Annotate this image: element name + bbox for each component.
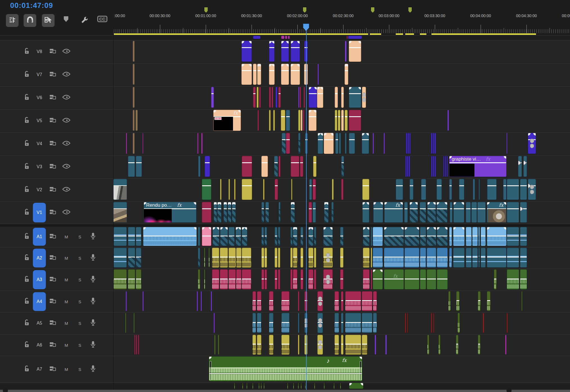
timeline-clip[interactable] — [274, 156, 278, 177]
scrollbar-right-knob[interactable] — [506, 388, 512, 392]
timeline-clip[interactable] — [143, 227, 197, 246]
timeline-clip[interactable] — [197, 291, 198, 311]
timeline-clip[interactable] — [236, 227, 241, 246]
timeline-clip[interactable] — [281, 335, 289, 355]
timeline-clip[interactable] — [335, 87, 338, 108]
timeline-clip[interactable] — [373, 133, 374, 154]
timeline-clip[interactable] — [453, 248, 465, 268]
track-target-button[interactable]: A2 — [33, 249, 46, 267]
timeline-clip[interactable] — [384, 227, 404, 246]
timeline-clip[interactable] — [282, 133, 286, 154]
timeline-clip[interactable] — [494, 269, 497, 290]
timeline-clip[interactable] — [142, 291, 144, 311]
timeline-clip[interactable] — [345, 133, 347, 154]
timeline-clip[interactable] — [281, 41, 289, 62]
timeline-clip[interactable] — [287, 383, 288, 389]
timeline-clip[interactable] — [507, 202, 519, 223]
timeline-clip[interactable] — [375, 335, 376, 355]
timeline-clip[interactable] — [234, 179, 236, 200]
timeline-clip[interactable] — [449, 227, 452, 246]
timeline-clip[interactable] — [409, 156, 410, 177]
timeline-clip[interactable] — [309, 202, 312, 223]
timeline-clip[interactable] — [487, 248, 506, 268]
timeline-clip[interactable] — [433, 156, 434, 177]
timeline-clip[interactable] — [264, 248, 267, 268]
timeline-clip[interactable] — [362, 313, 372, 333]
timeline-clip[interactable] — [334, 335, 339, 355]
timeline-clip[interactable] — [281, 64, 289, 85]
timeline-clip[interactable] — [241, 64, 252, 85]
timeline-clip[interactable] — [313, 202, 316, 223]
voiceover-record-button[interactable] — [91, 297, 96, 306]
timeline-clip[interactable] — [340, 269, 343, 290]
timeline-clip[interactable] — [334, 313, 339, 333]
track-lock-toggle[interactable] — [24, 254, 30, 262]
timeline-clip[interactable] — [362, 335, 367, 355]
timeline-clip[interactable] — [308, 269, 313, 290]
timeline-clip[interactable] — [341, 110, 344, 131]
timeline-clip[interactable] — [407, 313, 408, 333]
timeline-clip[interactable] — [290, 269, 293, 290]
video-audio-separator[interactable] — [0, 224, 570, 227]
timeline-clip[interactable] — [217, 202, 221, 223]
timeline-clip[interactable] — [257, 291, 261, 311]
timeline-clip[interactable] — [520, 202, 527, 223]
timeline-clip[interactable] — [269, 87, 271, 108]
timeline-clip[interactable] — [473, 179, 475, 200]
sync-lock-toggle[interactable] — [49, 342, 56, 348]
timeline-clip[interactable] — [286, 110, 290, 131]
timeline-clip[interactable] — [293, 227, 297, 246]
sync-lock-toggle[interactable] — [49, 117, 56, 124]
timeline-clip[interactable] — [341, 313, 343, 333]
timeline-clip[interactable] — [373, 202, 383, 223]
timeline-clip[interactable] — [427, 202, 436, 223]
sync-lock-toggle[interactable] — [49, 209, 56, 216]
timeline-clip[interactable] — [347, 36, 348, 39]
timeline-clip[interactable] — [324, 383, 325, 389]
timeline-clip[interactable] — [373, 227, 383, 246]
track-name-label[interactable]: V5 — [37, 118, 42, 123]
track-lock-toggle[interactable] — [24, 94, 30, 102]
timeline-clip[interactable] — [257, 335, 261, 355]
timeline-clip[interactable] — [314, 248, 316, 268]
timeline-clip[interactable] — [234, 383, 235, 389]
timeline-clip[interactable] — [298, 313, 299, 333]
timeline-clip[interactable] — [335, 110, 337, 131]
timeline-clip[interactable] — [436, 179, 442, 200]
timeline-clip[interactable] — [204, 269, 205, 290]
mute-button[interactable]: M — [65, 299, 68, 304]
timeline-clip[interactable] — [371, 227, 372, 246]
timeline-clip[interactable] — [427, 248, 436, 268]
timeline-clip[interactable] — [242, 383, 243, 389]
timeline-clip[interactable] — [506, 133, 507, 154]
voiceover-record-button[interactable] — [91, 319, 96, 327]
timeline-clip[interactable] — [298, 335, 299, 355]
timeline-clip[interactable] — [197, 133, 198, 154]
timeline-clip[interactable] — [323, 227, 333, 246]
track-lock-toggle[interactable] — [24, 71, 30, 79]
timeline-clip[interactable] — [253, 36, 261, 39]
timeline-clip[interactable]: ♪fx — [209, 356, 362, 381]
timeline-clip[interactable] — [341, 291, 343, 311]
timeline-clip[interactable] — [264, 269, 267, 290]
timeline-clip[interactable] — [349, 41, 361, 62]
timeline-clip[interactable] — [303, 110, 304, 131]
timeline-clip[interactable] — [298, 291, 299, 311]
timeline-clip[interactable] — [384, 133, 385, 154]
timeline-clip[interactable] — [447, 156, 448, 177]
timeline-clip[interactable] — [459, 179, 464, 200]
timeline-clip[interactable] — [427, 335, 429, 355]
timeline-clip[interactable] — [334, 291, 339, 311]
timeline-clip[interactable] — [252, 383, 253, 389]
sync-lock-toggle[interactable] — [49, 94, 56, 101]
timeline-clip[interactable] — [317, 87, 323, 108]
timeline-clip[interactable] — [252, 291, 256, 311]
timeline-clip[interactable] — [431, 133, 432, 154]
sync-lock-toggle[interactable] — [49, 255, 56, 261]
timeline-clip[interactable] — [201, 291, 202, 311]
timeline-clip[interactable] — [420, 227, 426, 246]
timeline-clip[interactable] — [373, 313, 377, 333]
timeline-clip[interactable] — [317, 313, 323, 333]
sync-lock-toggle[interactable] — [49, 186, 56, 193]
track-output-toggle[interactable] — [62, 71, 71, 78]
